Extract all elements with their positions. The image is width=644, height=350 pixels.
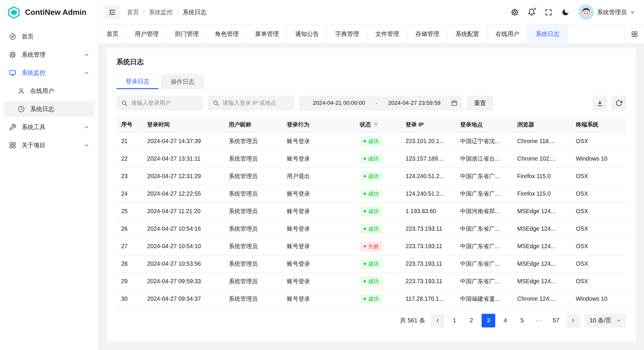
chevron-down-icon [630,10,635,15]
login-user-input[interactable] [131,99,198,107]
workspace-tab[interactable]: 部门管理 [167,25,207,43]
workspace-tab[interactable]: 系统日志 [528,25,568,43]
status-text: 成功 [368,260,379,267]
status-text: 成功 [368,190,379,197]
pagination-page-button[interactable]: 2 [465,314,478,327]
status-text: 失败 [368,243,379,250]
cell-os: OSX [571,132,626,150]
table-row: 27 2024-04-27 10:54:10 系统管理员 账号登录 失败 223… [116,237,626,255]
date-range-picker[interactable]: 2024-04-21 00:00:00 - 2024-04-27 23:59:5… [299,96,462,110]
pagination-page-button[interactable]: 5 [515,314,529,327]
page-number: 1 [453,317,456,324]
user-menu[interactable]: 系统管理员 [578,4,635,20]
sidebar-item-about-project[interactable]: 关于项目 [4,137,95,153]
reset-button[interactable]: 重置 [467,96,493,110]
tab-actions-button[interactable] [624,25,644,43]
cell-status: 成功 [355,132,401,150]
grid-icon [9,142,16,149]
workspace-tab[interactable]: 菜单管理 [247,25,287,43]
monitor-icon [9,69,16,77]
cell-browser: Chrome 124.... [512,290,571,308]
cell-status: 成功 [355,167,401,185]
login-user-search[interactable] [116,96,203,110]
sidebar-item-label: 系统工具 [22,123,45,131]
cell-no: 26 [116,220,143,237]
workspace-tab[interactable]: 存储管理 [407,25,447,43]
calendar-icon [451,100,458,106]
sidebar-collapse-button[interactable] [105,5,119,19]
cell-nickname: 系统管理员 [224,202,282,220]
bell-icon[interactable] [528,8,536,16]
page-size-select[interactable]: 10 条/页 [585,314,626,327]
pagination-page-button[interactable]: ··· [532,314,546,327]
page-number: 2 [470,317,473,324]
sidebar-item-label: 在线用户 [30,87,54,95]
status-badge: 成功 [360,276,383,286]
workspace-tab[interactable]: 在线用户 [488,25,528,43]
search-icon [213,100,219,106]
sidebar-item-system-log[interactable]: 系统日志 [4,101,95,117]
cell-ip: 223.73.193.11 [401,273,455,290]
cell-behavior: 账号登录 [282,255,355,273]
content-area: 系统日志 登录日志 操作日志 [99,44,644,350]
pagination-total: 共 561 条 [400,316,425,324]
sidebar-item-online-users[interactable]: 在线用户 [4,83,95,99]
status-badge: 成功 [360,224,383,234]
notification-dot [533,7,537,10]
gear-icon [9,51,16,58]
tab-operation-log[interactable]: 操作日志 [162,74,204,89]
download-button[interactable] [592,96,607,110]
workspace-tab[interactable]: 用户管理 [127,25,167,43]
tab-login-log[interactable]: 登录日志 [116,74,159,89]
status-text: 成功 [368,278,379,285]
workspace-tab[interactable]: 文件管理 [367,25,407,43]
system-log-card: 系统日志 登录日志 操作日志 [107,48,636,342]
refresh-icon [615,100,622,107]
chevron-up-icon [84,70,89,76]
table-row: 28 2024-04-27 10:53:56 系统管理员 账号登录 成功 223… [116,255,626,273]
sidebar-item-system-management[interactable]: 系统管理 [4,47,95,63]
cell-os: OSX [571,237,626,255]
sidebar-item-home[interactable]: 首页 [4,28,95,45]
status-text: 成功 [368,295,379,303]
status-dot [364,245,366,247]
cell-browser: MSEdge 124... [512,255,571,273]
login-ip-input[interactable] [222,99,290,107]
workspace-tab[interactable]: 首页 [99,25,127,43]
cell-nickname: 系统管理员 [224,255,282,273]
pagination-prev-button[interactable] [431,314,444,327]
workspace-tab[interactable]: 系统配置 [447,25,488,43]
workspace-tab[interactable]: 角色管理 [207,25,247,43]
col-header-status: 状态 [355,117,401,132]
col-header-os: 终端系统 [571,117,626,132]
workspace-tab[interactable]: 通知公告 [287,25,327,43]
login-ip-search[interactable] [208,96,295,110]
pagination-page-button[interactable]: 57 [549,314,563,327]
breadcrumb-item-monitor[interactable]: 系统监控 [149,8,173,16]
fullscreen-icon[interactable] [545,8,553,16]
cell-ip: 223.73.193.11 [401,237,455,255]
refresh-button[interactable] [611,96,626,110]
cell-ip: 117.28.170.1... [401,290,455,308]
status-badge: 成功 [360,136,383,146]
date-end-value: 2024-04-27 23:59:59 [379,100,449,106]
cell-status: 成功 [355,202,401,220]
pagination-page-button[interactable]: 1 [448,314,461,327]
cell-browser: MSEdge 124... [512,220,571,237]
cell-no: 28 [116,255,143,273]
breadcrumb-item-home[interactable]: 首页 [127,8,139,16]
moon-icon[interactable] [561,8,569,16]
pagination-next-button[interactable] [566,314,580,327]
workspace-tab-label: 通知公告 [295,30,319,38]
pagination-page-button[interactable]: 4 [499,314,512,327]
filter-icon[interactable] [374,122,379,127]
sidebar-item-system-monitor[interactable]: 系统监控 [4,65,95,81]
cell-browser: MSEdge 124... [512,237,571,255]
settings-icon[interactable] [511,8,519,16]
workspace-tab[interactable]: 字典管理 [327,25,367,43]
cell-nickname: 系统管理员 [224,237,282,255]
app-logo[interactable]: ContiNew Admin [0,0,98,25]
sidebar-item-system-tools[interactable]: 系统工具 [4,119,95,135]
cell-login-time: 2024-04-27 14:37:39 [143,132,224,150]
pagination-page-button[interactable]: 3 [482,314,495,327]
